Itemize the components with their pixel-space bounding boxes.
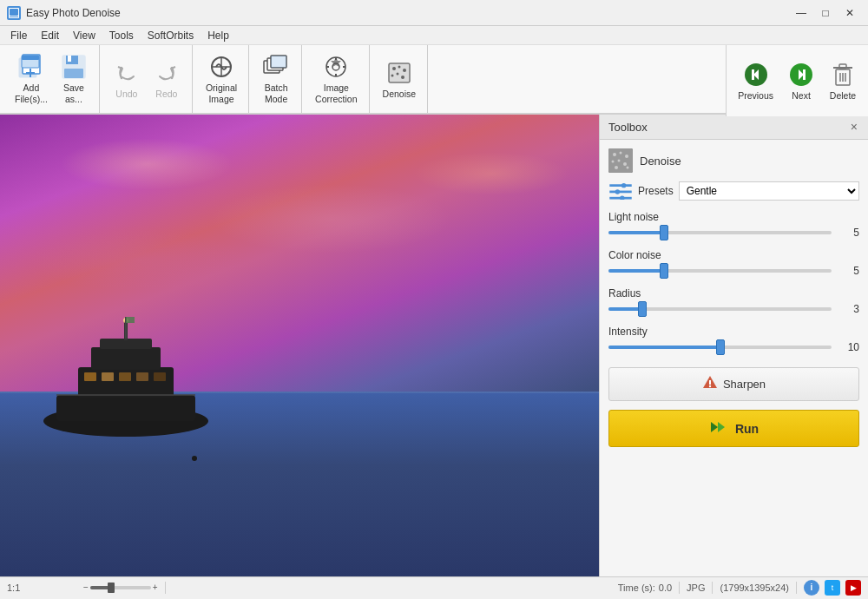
svg-rect-52 [102, 372, 114, 381]
svg-point-65 [612, 161, 615, 163]
menu-edit[interactable]: Edit [34, 28, 66, 43]
close-button[interactable]: ✕ [838, 4, 861, 22]
zoom-minus-icon[interactable]: − [83, 583, 89, 592]
menu-tools[interactable]: Tools [102, 28, 141, 43]
menu-bar: File Edit View Tools SoftOrbits Help [0, 26, 868, 45]
radius-label: Radius [608, 287, 859, 300]
zoom-plus-icon[interactable]: + [153, 583, 158, 592]
denoise-tool-label: Denoise [640, 155, 681, 168]
intensity-section: Intensity 10 [608, 326, 859, 353]
window-controls: — □ ✕ [790, 4, 861, 22]
image-correction-button[interactable]: ImageCorrection [309, 49, 363, 109]
color-noise-section: Color noise 5 [608, 249, 859, 277]
minimize-button[interactable]: — [790, 4, 812, 22]
toolbar-group-denoise: Denoise [372, 45, 429, 113]
svg-point-63 [620, 152, 622, 155]
add-files-button[interactable]: AddFile(s)... [9, 49, 54, 109]
svg-rect-54 [136, 372, 148, 381]
svg-point-28 [392, 67, 396, 70]
svg-rect-36 [752, 69, 754, 80]
zoom-level: 1:1 [7, 583, 20, 593]
intensity-thumb[interactable] [716, 339, 725, 355]
original-image-label: OriginalImage [206, 82, 237, 104]
original-icon [207, 53, 235, 81]
svg-rect-48 [78, 367, 174, 398]
menu-file[interactable]: File [3, 28, 34, 43]
right-nav-group: Previous Next [726, 45, 868, 116]
toolbox-panel: Toolbox × [599, 115, 868, 576]
zoom-slider-track[interactable] [90, 586, 151, 589]
menu-help[interactable]: Help [201, 28, 236, 43]
light-noise-section: Light noise 5 [608, 211, 859, 239]
run-label: Run [735, 422, 759, 436]
color-noise-track[interactable] [608, 269, 832, 273]
maximize-button[interactable]: □ [814, 4, 837, 22]
svg-rect-1 [10, 9, 18, 16]
intensity-track[interactable] [608, 346, 832, 349]
add-files-label: AddFile(s)... [15, 82, 48, 104]
svg-point-30 [403, 69, 406, 72]
svg-point-29 [398, 65, 400, 68]
denoise-header: Denoise [608, 148, 859, 173]
svg-point-66 [623, 162, 627, 166]
light-noise-value: 5 [838, 227, 859, 239]
cloud4 [30, 230, 247, 291]
status-bar: 1:1 − + Time (s): 0.0 JPG (1799x1395x24)… [0, 576, 868, 597]
delete-button[interactable]: Delete [823, 50, 863, 111]
denoise-toolbar-button[interactable]: Denoise [377, 49, 423, 109]
color-noise-fill [608, 269, 664, 273]
svg-point-31 [391, 74, 393, 76]
run-button[interactable]: Run [608, 410, 859, 447]
time-value: 0.0 [659, 583, 672, 593]
svg-point-67 [618, 160, 621, 162]
youtube-icon[interactable]: ▶ [845, 580, 861, 596]
anchor-dot [192, 456, 197, 461]
toolbox-close-button[interactable]: × [849, 120, 859, 134]
status-icons: i t ▶ [804, 580, 861, 596]
zoom-slider-thumb[interactable] [108, 583, 115, 593]
batch-mode-button[interactable]: BatchMode [256, 49, 296, 109]
status-divider4 [796, 582, 797, 594]
denoise-toolbar-label: Denoise [383, 89, 417, 100]
svg-rect-42 [839, 64, 846, 69]
toolbox-header: Toolbox × [600, 115, 868, 140]
svg-point-33 [396, 72, 398, 75]
svg-rect-6 [22, 56, 39, 60]
svg-point-62 [613, 153, 616, 156]
color-noise-label: Color noise [608, 249, 859, 261]
intensity-fill [608, 346, 720, 349]
light-noise-label: Light noise [608, 211, 859, 223]
zoom-indicator: 1:1 [7, 583, 76, 593]
image-dimensions: (1799x1395x24) [720, 583, 789, 593]
svg-point-75 [620, 195, 624, 200]
presets-select[interactable]: Gentle Moderate Strong Custom [679, 181, 859, 201]
cloud2 [210, 184, 453, 253]
light-noise-track[interactable] [608, 231, 832, 234]
status-divider1 [165, 582, 166, 594]
color-noise-row: 5 [608, 265, 859, 277]
status-divider2 [679, 582, 680, 594]
previous-button[interactable]: Previous [732, 50, 779, 111]
original-image-button[interactable]: OriginalImage [200, 49, 243, 109]
sharpen-button[interactable]: Sharpen [608, 367, 859, 401]
save-as-button[interactable]: Saveas... [54, 49, 94, 109]
twitter-icon[interactable]: t [825, 580, 840, 596]
undo-button[interactable]: Undo [107, 49, 147, 109]
photo-display [0, 115, 599, 576]
svg-point-68 [627, 167, 629, 169]
status-divider3 [712, 582, 713, 594]
color-noise-thumb[interactable] [660, 263, 668, 279]
delete-label: Delete [830, 90, 856, 102]
radius-track[interactable] [608, 307, 832, 311]
radius-thumb[interactable] [638, 301, 647, 317]
menu-view[interactable]: View [66, 28, 102, 43]
info-icon[interactable]: i [804, 580, 819, 596]
toolbox-title: Toolbox [608, 121, 648, 134]
next-button[interactable]: Next [781, 50, 821, 111]
redo-button[interactable]: Redo [147, 49, 187, 109]
svg-point-71 [621, 183, 626, 188]
redo-label: Redo [155, 89, 177, 100]
menu-softorbits[interactable]: SoftOrbits [141, 28, 201, 43]
light-noise-thumb[interactable] [660, 225, 668, 240]
svg-rect-49 [91, 347, 161, 370]
